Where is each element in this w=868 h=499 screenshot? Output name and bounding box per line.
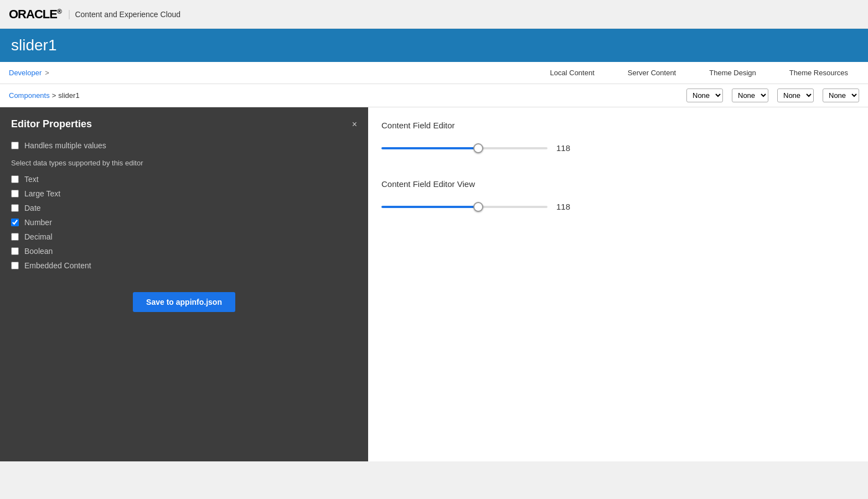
main-content: Editor Properties × Handles multiple val… xyxy=(0,107,868,461)
save-button[interactable]: Save to appinfo.json xyxy=(133,292,235,312)
right-panel: Content Field Editor 118 Content Field E… xyxy=(368,107,868,461)
content-field-editor-section: Content Field Editor 118 xyxy=(381,121,855,153)
dt-boolean-checkbox[interactable] xyxy=(11,247,19,255)
logo-divider: | xyxy=(68,8,71,20)
content-field-slider[interactable] xyxy=(381,147,547,149)
dt-large-text-checkbox[interactable] xyxy=(11,190,19,197)
dt-decimal-checkbox[interactable] xyxy=(11,233,19,241)
dt-embedded-checkbox[interactable] xyxy=(11,262,19,269)
banner-title: slider1 xyxy=(11,37,56,54)
components-breadcrumb-link[interactable]: Components xyxy=(9,91,50,100)
dt-embedded-label: Embedded Content xyxy=(24,261,91,270)
handles-multiple-label: Handles multiple values xyxy=(24,141,106,150)
dt-text-checkbox[interactable] xyxy=(11,175,19,183)
data-type-large-text: Large Text xyxy=(11,189,357,198)
data-type-list: Text Large Text Date Number Decimal Bool… xyxy=(11,175,357,270)
content-field-editor-view-section: Content Field Editor View 118 xyxy=(381,179,855,211)
dt-date-label: Date xyxy=(24,204,41,212)
dt-boolean-label: Boolean xyxy=(24,247,53,256)
data-type-decimal: Decimal xyxy=(11,232,357,241)
slider-row-1: 118 xyxy=(381,143,855,153)
editor-panel-header: Editor Properties × xyxy=(11,118,357,130)
slider-value-2: 118 xyxy=(556,202,578,211)
slider-row-2: 118 xyxy=(381,202,855,211)
dt-date-checkbox[interactable] xyxy=(11,204,19,212)
data-type-number: Number xyxy=(11,218,357,227)
handles-multiple-row: Handles multiple values xyxy=(11,141,357,150)
nav-bar: Developer > Local Content Server Content… xyxy=(0,62,868,84)
blue-banner: slider1 xyxy=(0,29,868,62)
close-button[interactable]: × xyxy=(352,120,357,129)
oracle-logo: ORACLE® xyxy=(9,7,61,22)
theme-design-select[interactable]: None xyxy=(777,89,814,102)
sub-nav: Components > slider1 None None None None xyxy=(0,84,868,107)
theme-resources-nav: Theme Resources xyxy=(789,69,848,77)
save-btn-container: Save to appinfo.json xyxy=(11,292,357,312)
server-content-nav: Server Content xyxy=(628,69,676,77)
handles-multiple-checkbox[interactable] xyxy=(11,142,19,149)
dt-number-checkbox[interactable] xyxy=(11,219,19,226)
local-content-nav: Local Content xyxy=(550,69,595,77)
data-type-date: Date xyxy=(11,204,357,212)
slider-value-1: 118 xyxy=(556,143,578,153)
current-breadcrumb: slider1 xyxy=(58,91,79,100)
dt-large-text-label: Large Text xyxy=(24,189,60,198)
data-type-embedded: Embedded Content xyxy=(11,261,357,270)
content-field-editor-title: Content Field Editor xyxy=(381,121,855,130)
local-content-select[interactable]: None xyxy=(686,89,723,102)
dt-text-label: Text xyxy=(24,175,39,184)
nav-separator-1: > xyxy=(45,69,49,77)
data-types-section-label: Select data types supported by this edit… xyxy=(11,159,357,167)
data-type-text: Text xyxy=(11,175,357,184)
developer-nav-link[interactable]: Developer xyxy=(9,69,42,77)
editor-panel-title: Editor Properties xyxy=(11,118,92,130)
top-header: ORACLE® | Content and Experience Cloud xyxy=(0,0,868,29)
data-type-boolean: Boolean xyxy=(11,247,357,256)
theme-design-nav: Theme Design xyxy=(709,69,756,77)
dt-number-label: Number xyxy=(24,218,52,227)
dt-decimal-label: Decimal xyxy=(24,232,53,241)
content-field-view-slider[interactable] xyxy=(381,206,547,208)
app-title: Content and Experience Cloud xyxy=(75,10,180,19)
breadcrumb-separator: > xyxy=(52,91,56,100)
select-group: None None None None xyxy=(89,89,859,102)
breadcrumb: Components > slider1 xyxy=(9,91,80,100)
content-field-editor-view-title: Content Field Editor View xyxy=(381,179,855,189)
theme-resources-select[interactable]: None xyxy=(823,89,859,102)
server-content-select[interactable]: None xyxy=(732,89,768,102)
editor-panel: Editor Properties × Handles multiple val… xyxy=(0,107,368,461)
